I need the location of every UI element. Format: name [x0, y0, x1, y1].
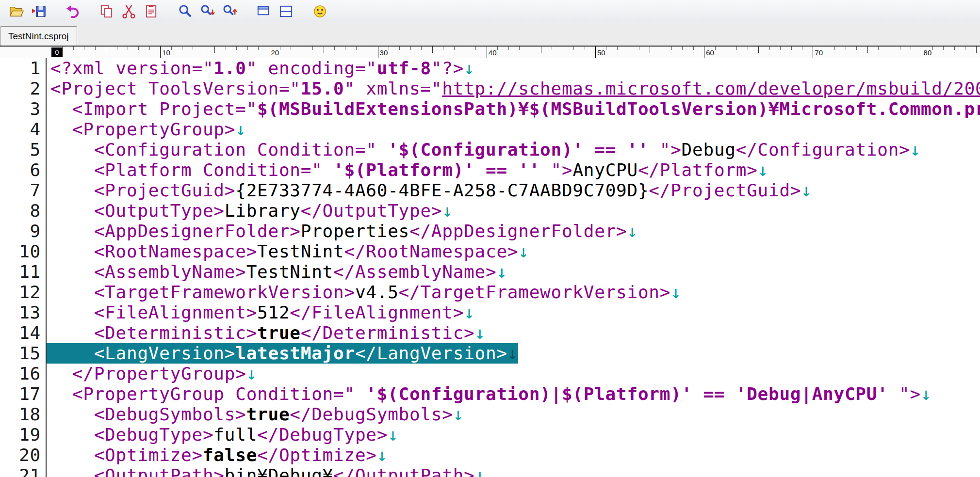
ruler-tick [704, 47, 704, 58]
ruler-tick [497, 47, 498, 50]
ruler-tick [258, 47, 259, 50]
line-ending-mark: ↓ [246, 364, 257, 383]
help-button[interactable] [309, 1, 331, 22]
ruler-tick [519, 47, 520, 50]
editor-line-6[interactable]: 6 <Platform Condition=" '$(Platform)' ==… [0, 160, 980, 180]
find-prev-icon [222, 4, 237, 19]
editor-line-17[interactable]: 17 <PropertyGroup Condition=" '$(Configu… [0, 384, 980, 404]
ruler-tick [824, 47, 824, 50]
ruler-caret-column: 0 [55, 48, 59, 56]
code-text: <PropertyGroup>↓ [47, 119, 246, 140]
ruler-tick [443, 47, 443, 50]
editor-line-18[interactable]: 18 <DebugSymbols>true</DebugSymbols>↓ [0, 404, 980, 425]
ruler-tick [682, 47, 683, 50]
line-ending-mark: ↓ [670, 282, 681, 302]
toolbar-group [61, 1, 83, 22]
line-ending-mark: ↓ [377, 445, 388, 465]
editor-line-14[interactable]: 14 <Deterministic>true</Deterministic>↓ [0, 323, 980, 343]
code-text: <AssemblyName>TestNint</AssemblyName>↓ [47, 262, 507, 282]
ruler-tick [900, 47, 900, 50]
ruler-tick [595, 47, 596, 58]
ruler-tick [508, 47, 509, 50]
ruler-mark: 70 [815, 48, 823, 57]
ruler-tick [193, 47, 193, 50]
line-number: 16 [0, 364, 47, 384]
editor-line-4[interactable]: 4 <PropertyGroup>↓ [0, 119, 980, 140]
ruler-tick [922, 47, 922, 58]
save-file-button[interactable] [27, 1, 49, 22]
line-ending-mark: ↓ [475, 323, 486, 343]
paste-button[interactable] [140, 1, 162, 22]
ruler-tick [585, 47, 585, 50]
line-ending-mark: ↓ [235, 119, 246, 139]
ruler-tick [356, 47, 357, 50]
open-file-button[interactable] [5, 1, 27, 22]
ruler-tick [312, 47, 313, 50]
code-text: <OutputPath>bin¥Debug¥</OutputPath>↓ [47, 465, 486, 477]
line-number: 11 [0, 262, 47, 282]
ruler-tick [769, 47, 770, 50]
find-icon [178, 4, 193, 19]
editor-line-15-selected[interactable]: 15 <LangVersion>latestMajor</LangVersion… [0, 343, 980, 364]
line-ending-mark: ↓ [464, 302, 474, 322]
cut-button[interactable] [117, 1, 140, 22]
editor-line-8[interactable]: 8 <OutputType>Library</OutputType>↓ [0, 201, 980, 221]
ruler-tick [302, 47, 302, 50]
editor-line-1[interactable]: 1<?xml version="1.0" encoding="utf-8"?>↓ [0, 58, 980, 79]
ruler-tick [552, 47, 552, 50]
editor-line-9[interactable]: 9 <AppDesignerFolder>Properties</AppDesi… [0, 221, 980, 241]
column-ruler: 0 1020304050607080 [0, 46, 980, 58]
editor-line-5[interactable]: 5 <Configuration Condition=" '$(Configur… [0, 140, 980, 160]
editor-line-3[interactable]: 3 <Import Project="$(MSBuildExtensionsPa… [0, 99, 980, 119]
code-text: <TargetFrameworkVersion>v4.5</TargetFram… [47, 282, 682, 302]
ruler-tick [138, 47, 139, 50]
ruler-mark: 80 [924, 48, 932, 57]
ruler-mark: 20 [271, 48, 279, 57]
ruler-tick [965, 47, 965, 50]
ruler-tick [726, 47, 726, 50]
ruler-tick [117, 47, 117, 50]
copy-button[interactable] [95, 1, 117, 22]
split-window-button[interactable] [275, 1, 297, 22]
ruler-tick [247, 47, 248, 50]
ruler-tick [889, 47, 889, 50]
editor-line-12[interactable]: 12 <TargetFrameworkVersion>v4.5</TargetF… [0, 282, 980, 302]
find-next-button[interactable] [196, 1, 218, 22]
code-text: <Project ToolsVersion="15.0" xmlns="http… [47, 79, 980, 99]
code-text: <PropertyGroup Condition=" '$(Configurat… [47, 384, 931, 404]
ruler-tick [878, 47, 879, 50]
toolbar-group [95, 1, 162, 22]
ruler-tick [334, 47, 335, 50]
code-text: <?xml version="1.0" encoding="utf-8"?>↓ [47, 58, 475, 79]
ruler-tick [791, 47, 792, 50]
tag-jump-button[interactable] [252, 1, 275, 22]
line-ending-mark: ↓ [496, 262, 507, 282]
ruler-tick [410, 47, 411, 50]
editor-line-20[interactable]: 20 <Optimize>false</Optimize>↓ [0, 445, 980, 465]
find-button[interactable] [174, 1, 196, 22]
line-ending-mark: ↓ [442, 201, 453, 221]
code-text: <RootNamespace>TestNint</RootNamespace>↓ [47, 241, 529, 262]
ruler-tick [530, 47, 530, 50]
editor-line-16[interactable]: 16 </PropertyGroup>↓ [0, 364, 980, 384]
editor-line-2[interactable]: 2<Project ToolsVersion="15.0" xmlns="htt… [0, 79, 980, 99]
ruler-tick [236, 47, 237, 50]
line-number: 19 [0, 425, 47, 445]
ruler-tick [943, 47, 944, 50]
ruler-tick [95, 47, 96, 50]
line-ending-mark: ↓ [910, 140, 921, 159]
tab-TestNint.csproj[interactable]: TestNint.csproj [0, 26, 77, 46]
editor-line-19[interactable]: 19 <DebugType>full</DebugType>↓ [0, 425, 980, 445]
undo-button[interactable] [61, 1, 83, 22]
text-editor-area[interactable]: 1<?xml version="1.0" encoding="utf-8"?>↓… [0, 58, 980, 477]
split-window-icon [278, 4, 294, 19]
editor-line-13[interactable]: 13 <FileAlignment>512</FileAlignment>↓ [0, 302, 980, 323]
line-number: 14 [0, 323, 47, 343]
editor-line-7[interactable]: 7 <ProjectGuid>{2E733774-4A60-4BFE-A258-… [0, 180, 980, 201]
ruler-tick [171, 47, 172, 50]
editor-line-21[interactable]: 21 <OutputPath>bin¥Debug¥</OutputPath>↓ [0, 465, 980, 477]
ruler-tick [541, 47, 541, 53]
editor-line-10[interactable]: 10 <RootNamespace>TestNint</RootNamespac… [0, 241, 980, 262]
editor-line-11[interactable]: 11 <AssemblyName>TestNint</AssemblyName>… [0, 262, 980, 282]
find-prev-button[interactable] [218, 1, 241, 22]
